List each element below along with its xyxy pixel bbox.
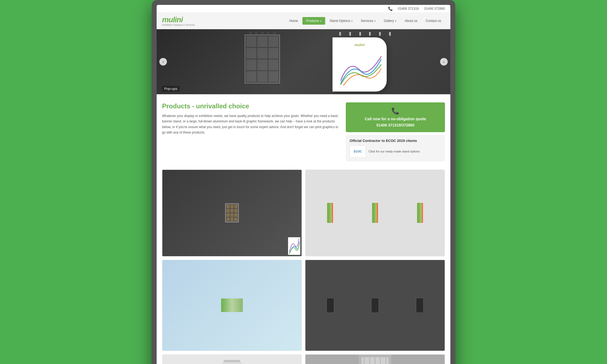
- laptop-frame: 📞 01406 371319 01406 372860 mulini Exhib…: [152, 0, 455, 364]
- nav-item-home[interactable]: Home: [286, 17, 302, 25]
- header: mulini Exhibition Displays & Services Ho…: [157, 13, 450, 29]
- product-card-aluminium[interactable]: Aluminium Stands: [305, 354, 445, 364]
- banner-pole-2: [372, 203, 378, 223]
- product-thumb-quantum: [162, 355, 302, 364]
- nav-item-services[interactable]: Services ▾: [357, 17, 379, 25]
- product-card-transport[interactable]: Transport Cases Keep your frames and gra…: [305, 260, 445, 351]
- cta-number[interactable]: 01406 371319/372860: [351, 123, 440, 127]
- nav-item-contact[interactable]: Contact us: [422, 17, 445, 25]
- product-card-banner[interactable]: Banner Stands Lightweight aluminium fram…: [305, 170, 445, 256]
- product-info-quantum: Quantum Portable Architecture: [302, 355, 302, 364]
- product-card-stand[interactable]: Stand Options Pre-configured complete st…: [162, 260, 302, 351]
- nav-item-products[interactable]: Products ▾: [302, 17, 325, 25]
- slider-next-button[interactable]: ›: [440, 58, 448, 66]
- chevron-down-icon: ▾: [374, 20, 376, 22]
- curved-display: mulini: [332, 32, 398, 89]
- product-info-stand: Stand Options Pre-configured complete st…: [302, 260, 302, 351]
- product-info-transport: Transport Cases Keep your frames and gra…: [445, 260, 445, 351]
- stand-box-icon: [221, 298, 243, 312]
- products-info-section: Products - unrivalled choice Whatever yo…: [162, 102, 340, 161]
- contractor-link[interactable]: Click for our ready-made stand options: [369, 149, 420, 154]
- hero-image: mulini: [157, 29, 450, 94]
- product-card-popup[interactable]: Pop-up Stands Our range of lightweight a…: [162, 170, 302, 256]
- chevron-down-icon: ▾: [320, 20, 321, 22]
- banner-display-logo: mulini: [354, 43, 365, 47]
- phone-number-2[interactable]: 01406 372860: [424, 7, 445, 11]
- logo-area: mulini Exhibition Displays & Services: [162, 15, 286, 26]
- nav-item-stand-options[interactable]: Stand Options ▾: [326, 17, 356, 25]
- sidebar-section: 📞 Call now for a no-obligation quote 014…: [346, 102, 445, 161]
- popup-graphic-icon: [288, 237, 300, 255]
- cta-text: Call now for a no-obligation quote: [351, 116, 440, 122]
- transport-case-1: [327, 298, 334, 313]
- banner-pole-3: [417, 203, 423, 223]
- aluminium-icon: [359, 355, 391, 364]
- product-info-popup: Pop-up Stands Our range of lightweight a…: [302, 170, 302, 256]
- product-info-aluminium: Aluminium Stands: [445, 355, 445, 364]
- products-heading: Products - unrivalled choice: [162, 102, 340, 110]
- chevron-down-icon: ▾: [395, 20, 396, 22]
- phone-number-1[interactable]: 01406 371319: [398, 7, 419, 11]
- logo-tagline: Exhibition Displays & Services: [162, 24, 286, 26]
- contractor-inner: ECOC Click for our ready-made stand opti…: [350, 145, 441, 158]
- product-grid: Pop-up Stands Our range of lightweight a…: [157, 170, 450, 364]
- transport-case-3: [416, 298, 424, 313]
- product-thumb-stand: [162, 260, 302, 351]
- products-description: Whatever your display or exhibition need…: [162, 113, 340, 135]
- transport-case-2: [371, 298, 379, 313]
- product-thumb-transport: [305, 260, 445, 351]
- hero-caption: Pop-ups: [162, 86, 179, 92]
- product-thumb-banner: [305, 170, 445, 256]
- wave-graphic: [338, 54, 384, 86]
- contractor-box: Official Contractor to ECOC 2019 clients…: [346, 135, 445, 161]
- cta-box[interactable]: 📞 Call now for a no-obligation quote 014…: [346, 102, 445, 132]
- laptop-screen: 📞 01406 371319 01406 372860 mulini Exhib…: [157, 5, 450, 364]
- nav: Home Products ▾ Stand Options ▾ Services…: [286, 17, 445, 25]
- nav-item-about[interactable]: About us: [401, 17, 421, 25]
- ecoc-logo: ECOC: [350, 145, 366, 158]
- nav-item-gallery[interactable]: Gallery ▾: [380, 17, 400, 25]
- contractor-title: Official Contractor to ECOC 2019 clients: [350, 139, 441, 143]
- popup-frame-icon: [225, 203, 239, 222]
- hero-slider: mulini Pop-ups ‹ ›: [157, 29, 450, 94]
- product-card-quantum[interactable]: Quantum Portable Architecture: [162, 354, 302, 364]
- logo[interactable]: mulini: [162, 15, 183, 24]
- main-content: Products - unrivalled choice Whatever yo…: [157, 94, 450, 170]
- product-info-banner: Banner Stands Lightweight aluminium fram…: [445, 170, 445, 256]
- quantum-icon: [221, 359, 243, 364]
- chevron-down-icon: ▾: [351, 20, 353, 22]
- phone-numbers: 01406 371319 01406 372860: [398, 7, 445, 11]
- phone-icon: 📞: [388, 6, 393, 11]
- svg-rect-2: [224, 360, 240, 362]
- product-thumb-aluminium: [305, 355, 445, 364]
- banner-pole-1: [327, 203, 333, 223]
- popup-frame-display: [245, 35, 280, 83]
- product-thumb-popup: [162, 170, 302, 256]
- top-bar: 📞 01406 371319 01406 372860: [157, 5, 450, 13]
- slider-prev-button[interactable]: ‹: [159, 58, 167, 66]
- cta-phone-icon: 📞: [351, 107, 440, 115]
